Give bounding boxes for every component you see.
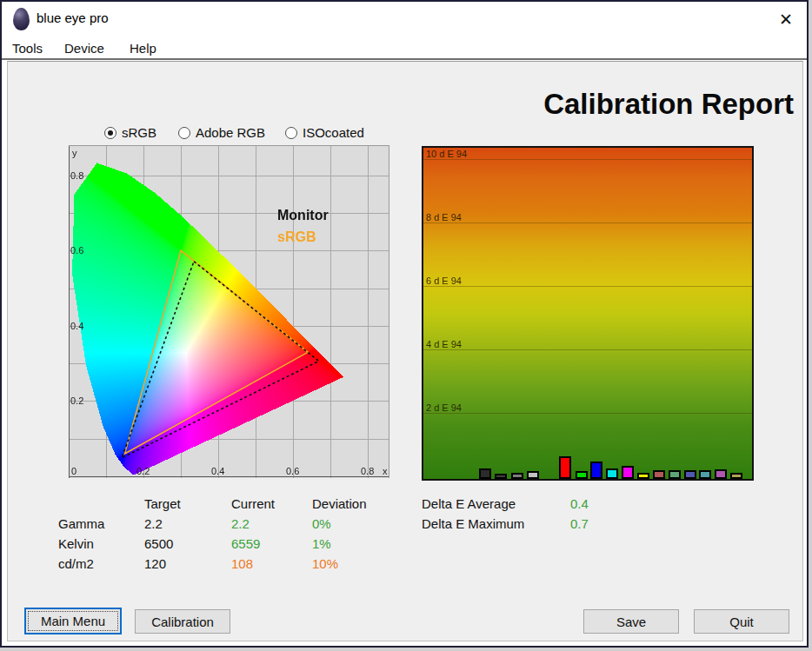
stat-luminance-current: 108 — [231, 556, 253, 571]
de-patch-bar — [559, 456, 571, 479]
delta-e-maximum-label: Delta E Maximum — [422, 516, 524, 531]
legend-monitor: Monitor — [277, 208, 329, 223]
de-gridline — [423, 159, 752, 160]
de-patch-bar — [495, 474, 507, 479]
de-patch-bar — [576, 471, 588, 479]
app-icon — [13, 8, 30, 30]
stat-kelvin-deviation: 1% — [312, 536, 331, 551]
menu-help[interactable]: Help — [126, 39, 160, 57]
de-patch-bar — [606, 468, 618, 479]
de-patch-bar — [622, 466, 634, 479]
page-title: Calibration Report — [543, 88, 794, 121]
app-window: blue eye pro ✕ Tools Device Help sRGB Ad… — [0, 0, 809, 648]
close-icon[interactable]: ✕ — [774, 7, 798, 31]
stat-kelvin-name: Kelvin — [58, 536, 94, 551]
de-gridline — [423, 286, 752, 287]
radio-srgb-circle[interactable] — [104, 127, 116, 139]
radio-adobe-rgb-label: Adobe RGB — [196, 125, 265, 140]
radio-srgb[interactable]: sRGB — [104, 125, 156, 140]
de-patch-bar — [730, 473, 742, 479]
de-patch-bar — [715, 469, 727, 479]
de-patch-bar — [653, 470, 665, 479]
de-gridline-label: 4 d E 94 — [426, 339, 462, 349]
de-patch-bar — [669, 470, 681, 479]
de-gridline — [423, 349, 752, 350]
stat-gamma-name: Gamma — [58, 516, 104, 531]
cie-chromaticity-plot: Monitor sRGB — [69, 145, 389, 478]
stat-kelvin-target: 6500 — [144, 536, 173, 551]
titlebar: blue eye pro ✕ — [2, 2, 807, 37]
stat-luminance-target: 120 — [144, 556, 166, 571]
stats-header-current: Current — [231, 496, 275, 511]
radio-isocoated-label: ISOcoated — [303, 125, 364, 140]
de-patch-bar — [590, 462, 602, 479]
radio-isocoated[interactable]: ISOcoated — [285, 125, 364, 140]
menu-device[interactable]: Device — [61, 39, 108, 57]
radio-isocoated-circle[interactable] — [285, 127, 297, 139]
menubar: Tools Device Help — [2, 37, 807, 60]
radio-srgb-label: sRGB — [122, 125, 156, 140]
save-button[interactable]: Save — [583, 609, 679, 634]
quit-button[interactable]: Quit — [694, 609, 789, 634]
stats-header-target: Target — [144, 496, 181, 511]
stat-gamma-current: 2.2 — [231, 516, 250, 531]
stat-kelvin-current: 6559 — [231, 536, 260, 551]
delta-e-average-label: Delta E Average — [422, 496, 516, 511]
stats-header-deviation: Deviation — [312, 496, 367, 511]
de-gridline-label: 8 d E 94 — [426, 212, 462, 223]
calibration-button[interactable]: Calibration — [135, 609, 230, 634]
legend-srgb: sRGB — [277, 229, 316, 245]
de-patch-bar — [511, 473, 523, 479]
de-gridline-label: 6 d E 94 — [426, 276, 462, 286]
delta-e-maximum-value: 0.7 — [570, 516, 589, 531]
de-patch-bar — [699, 470, 711, 479]
delta-e-average-value: 0.4 — [570, 496, 589, 511]
client-area: sRGB Adobe RGB ISOcoated Calibration Rep… — [7, 61, 803, 641]
de-patch-bar — [637, 473, 649, 479]
delta-e-chart: 10 d E 948 d E 946 d E 944 d E 942 d E 9… — [422, 146, 754, 481]
cie-canvas — [69, 145, 389, 478]
stat-luminance-deviation: 10% — [312, 556, 338, 571]
de-gridline — [423, 413, 752, 414]
de-patch-bar — [527, 471, 539, 479]
stat-gamma-target: 2.2 — [144, 516, 163, 531]
main-menu-button[interactable]: Main Menu — [24, 608, 122, 634]
radio-adobe-rgb-circle[interactable] — [178, 127, 190, 139]
radio-adobe-rgb[interactable]: Adobe RGB — [178, 125, 265, 140]
stat-gamma-deviation: 0% — [312, 516, 331, 531]
de-patch-bar — [479, 468, 491, 479]
menu-tools[interactable]: Tools — [9, 39, 46, 57]
stat-luminance-name: cd/m2 — [58, 556, 94, 571]
de-gridline — [423, 223, 752, 223]
window-title: blue eye pro — [37, 10, 109, 25]
de-gridline-label: 2 d E 94 — [426, 402, 462, 413]
de-patch-bar — [684, 470, 696, 479]
de-gridline-label: 10 d E 94 — [426, 149, 467, 159]
